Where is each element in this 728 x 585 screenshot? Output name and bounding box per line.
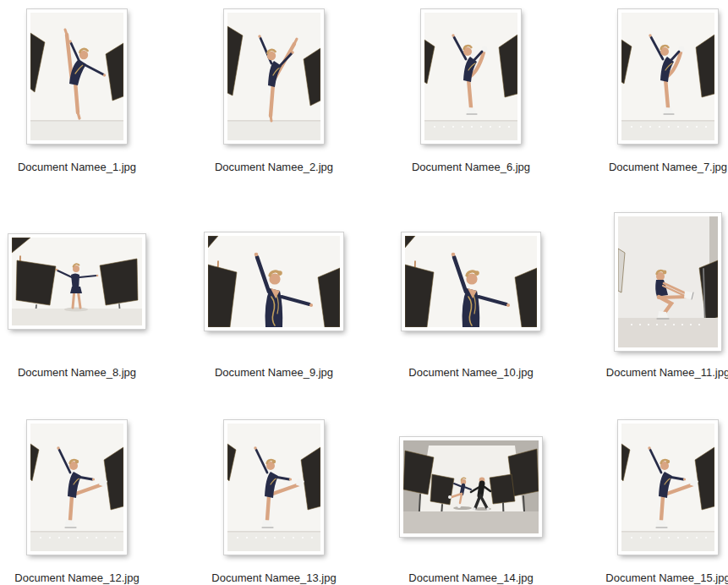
- figure-skater-photo-preview: [403, 440, 539, 533]
- photo-thumbnail[interactable]: [402, 232, 540, 331]
- file-item-6[interactable]: Document Namee_9.jpg: [201, 205, 347, 383]
- photo-thumbnail[interactable]: [27, 420, 127, 555]
- file-item-4[interactable]: Document Namee_7.jpg: [595, 0, 728, 178]
- file-item-1[interactable]: Document Namee_1.jpg: [4, 0, 150, 178]
- thumbnail-area: [398, 0, 544, 152]
- file-item-8[interactable]: Document Namee_11.jpg: [595, 205, 728, 383]
- file-name-label[interactable]: Document Namee_9.jpg: [215, 366, 333, 380]
- file-item-3[interactable]: Document Namee_6.jpg: [398, 0, 544, 178]
- thumbnail-area: [4, 411, 150, 563]
- figure-skater-photo-preview: [30, 13, 123, 140]
- figure-skater-photo-preview: [227, 424, 320, 551]
- figure-skater-photo-preview: [621, 13, 714, 140]
- file-name-label[interactable]: Document Namee_10.jpg: [408, 366, 533, 380]
- thumbnail-area: [4, 0, 150, 152]
- figure-skater-photo-preview: [208, 236, 340, 327]
- file-item-2[interactable]: Document Namee_2.jpg: [201, 0, 347, 178]
- thumbnail-area: [398, 411, 544, 563]
- file-name-label[interactable]: Document Namee_11.jpg: [606, 366, 728, 380]
- file-item-10[interactable]: Document Namee_13.jpg: [201, 411, 347, 585]
- file-name-label[interactable]: Document Namee_8.jpg: [18, 366, 136, 380]
- figure-skater-photo-preview: [621, 424, 714, 551]
- figure-skater-photo-preview: [227, 13, 320, 140]
- file-name-label[interactable]: Document Namee_7.jpg: [609, 161, 727, 174]
- thumbnail-area: [595, 205, 728, 358]
- photo-thumbnail[interactable]: [27, 9, 127, 144]
- thumbnail-area: [595, 0, 728, 152]
- file-name-label[interactable]: Document Namee_2.jpg: [215, 161, 333, 174]
- file-item-7[interactable]: Document Namee_10.jpg: [398, 205, 544, 383]
- figure-skater-photo-preview: [405, 236, 537, 327]
- thumbnail-area: [398, 205, 544, 358]
- photo-thumbnail[interactable]: [618, 420, 718, 555]
- file-item-11[interactable]: Document Namee_14.jpg: [398, 411, 544, 585]
- photo-thumbnail[interactable]: [224, 9, 324, 144]
- file-grid: Document Namee_1.jpg Document Namee_2.jp…: [0, 0, 728, 585]
- file-name-label[interactable]: Document Namee_13.jpg: [211, 571, 336, 585]
- figure-skater-photo-preview: [424, 13, 517, 140]
- photo-thumbnail[interactable]: [421, 9, 521, 144]
- photo-thumbnail[interactable]: [205, 232, 343, 331]
- file-item-5[interactable]: Document Namee_8.jpg: [4, 205, 150, 383]
- figure-skater-photo-preview: [12, 238, 142, 325]
- thumbnail-area: [201, 411, 347, 563]
- photo-thumbnail[interactable]: [224, 420, 324, 555]
- file-name-label[interactable]: Document Namee_15.jpg: [605, 571, 728, 585]
- thumbnail-area: [201, 0, 347, 152]
- file-item-9[interactable]: Document Namee_12.jpg: [4, 411, 150, 585]
- thumbnail-area: [595, 411, 728, 563]
- photo-thumbnail[interactable]: [8, 234, 145, 329]
- thumbnail-area: [201, 205, 347, 358]
- photo-thumbnail[interactable]: [618, 9, 718, 144]
- photo-thumbnail[interactable]: [400, 437, 542, 537]
- figure-skater-photo-preview: [618, 216, 718, 347]
- file-name-label[interactable]: Document Namee_6.jpg: [412, 161, 530, 174]
- thumbnail-area: [4, 205, 150, 358]
- file-name-label[interactable]: Document Namee_14.jpg: [408, 571, 533, 585]
- file-name-label[interactable]: Document Namee_1.jpg: [18, 161, 136, 174]
- file-name-label[interactable]: Document Namee_12.jpg: [14, 571, 139, 585]
- file-item-12[interactable]: Document Namee_15.jpg: [595, 411, 728, 585]
- figure-skater-photo-preview: [30, 424, 123, 551]
- photo-thumbnail[interactable]: [615, 213, 721, 351]
